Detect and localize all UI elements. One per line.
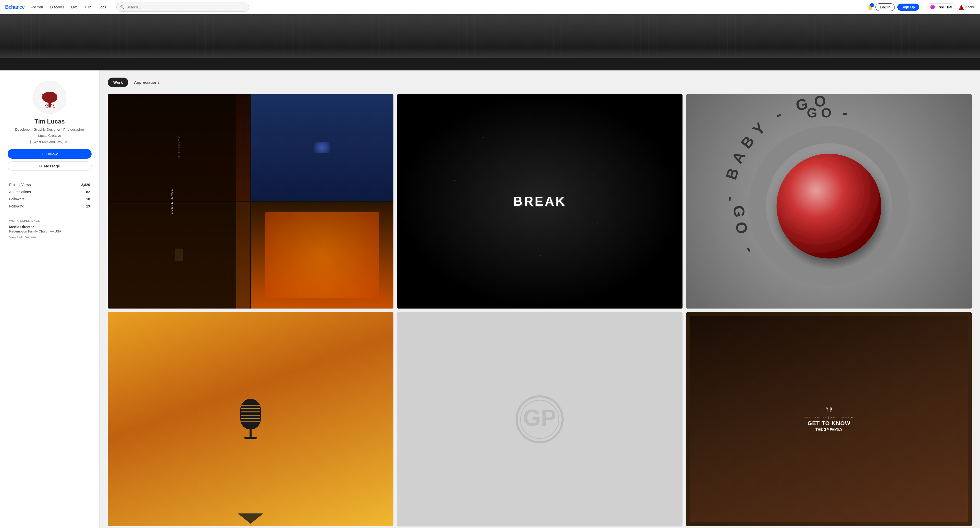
job-title: Media Director <box>9 225 90 229</box>
stat-appreciations-value: 82 <box>86 190 90 194</box>
search-input[interactable] <box>127 5 245 9</box>
login-button[interactable]: Log In <box>875 3 895 11</box>
search-bar: 🔍 <box>116 3 249 12</box>
svg-text:LUCAS: LUCAS <box>45 103 55 106</box>
message-button[interactable]: ✉ Message <box>8 161 92 171</box>
profile-banner <box>0 14 980 70</box>
profile-logo: LUCAS CREATIVE <box>36 86 64 109</box>
stat-appreciations: Appreciations 82 <box>9 188 90 196</box>
view-resume-link[interactable]: View Full Resume <box>9 233 90 239</box>
banner-image <box>0 14 980 70</box>
project-card-awakening[interactable]: AWAKENING CONFERENCE <box>108 94 393 309</box>
stat-following-label: Following <box>9 204 24 208</box>
main-layout: LUCAS CREATIVE Tim Lucas Developer | Gra… <box>0 70 980 528</box>
stat-project-views: Project Views 2,826 <box>9 181 90 188</box>
stat-appreciations-label: Appreciations <box>9 190 31 194</box>
stat-followers-label: Followers <box>9 197 24 201</box>
stat-following: Following 13 <box>9 203 90 210</box>
free-trial-button[interactable]: Free Trial <box>926 3 956 11</box>
avatar: LUCAS CREATIVE <box>33 81 66 114</box>
behance-logo[interactable]: Behance <box>5 4 24 10</box>
svg-text:CREATIVE: CREATIVE <box>44 107 56 108</box>
bell-button[interactable]: 🔔 1 <box>867 4 873 10</box>
main-content: Work Appreciations AWAKENING <box>100 70 980 528</box>
profile-title: Developer | Graphic Designer | Photograp… <box>15 127 84 132</box>
stat-following-value: 13 <box>86 204 90 208</box>
svg-point-3 <box>42 92 57 103</box>
nav-divider <box>923 3 923 11</box>
break-text: BREAK <box>513 194 566 209</box>
free-trial-label: Free Trial <box>936 5 952 9</box>
project-card-break[interactable]: BREAK <box>397 94 683 309</box>
stats-section: Project Views 2,826 Appreciations 82 Fol… <box>0 176 99 215</box>
work-experience-section: WORK EXPERIENCE Media Director Redemptio… <box>0 215 99 243</box>
message-label: Message <box>44 164 60 168</box>
navbar: Behance For You Discover Live Hire Jobs … <box>0 0 980 14</box>
tab-appreciations[interactable]: Appreciations <box>128 78 165 87</box>
signup-button[interactable]: Sign Up <box>897 3 919 11</box>
stat-followers-value: 18 <box>86 197 90 201</box>
navbar-right: 🔔 1 Log In Sign Up Free Trial Adobe <box>867 3 975 11</box>
tabs-row: Work Appreciations <box>108 78 972 87</box>
project-card-microphone[interactable] <box>108 312 393 526</box>
nav-for-you[interactable]: For You <box>30 4 44 10</box>
stat-project-views-value: 2,826 <box>81 183 90 187</box>
message-icon: ✉ <box>39 164 42 168</box>
profile-section: LUCAS CREATIVE Tim Lucas Developer | Gra… <box>0 70 99 176</box>
project-card-babygogo[interactable]: - BABY - GO GO - <box>686 94 972 309</box>
project-card-fellowship[interactable]: EAT | LAUGH | FELLOWSHIP GET TO KNOW THE… <box>686 312 972 526</box>
follow-button[interactable]: + Follow <box>8 149 92 159</box>
job-company: Redemption Family Church — USA <box>9 229 90 233</box>
nav-hire[interactable]: Hire <box>84 4 92 10</box>
follow-label: Follow <box>45 152 58 156</box>
adobe-logo: Adobe <box>959 4 975 10</box>
project-card-gp[interactable]: GP <box>397 312 683 526</box>
free-trial-icon <box>930 5 935 10</box>
stat-followers: Followers 18 <box>9 196 90 203</box>
sidebar: LUCAS CREATIVE Tim Lucas Developer | Gra… <box>0 70 100 528</box>
nav-jobs[interactable]: Jobs <box>97 4 107 10</box>
project-grid: AWAKENING CONFERENCE <box>108 94 972 526</box>
work-exp-label: WORK EXPERIENCE <box>9 219 90 222</box>
tab-work[interactable]: Work <box>108 78 128 87</box>
plus-icon: + <box>41 151 44 156</box>
profile-company: Lucas Creative <box>38 134 61 138</box>
nav-discover[interactable]: Discover <box>49 4 65 10</box>
adobe-icon <box>959 4 964 10</box>
profile-location: 📍 West Richland, WA, USA <box>29 140 70 144</box>
location-text: West Richland, WA, USA <box>33 140 70 144</box>
search-icon: 🔍 <box>120 5 124 9</box>
nav-live[interactable]: Live <box>70 4 79 10</box>
adobe-label: Adobe <box>965 5 975 9</box>
bell-badge: 1 <box>870 3 874 7</box>
location-icon: 📍 <box>29 140 32 144</box>
profile-name: Tim Lucas <box>35 118 65 125</box>
stat-project-views-label: Project Views <box>9 183 31 187</box>
